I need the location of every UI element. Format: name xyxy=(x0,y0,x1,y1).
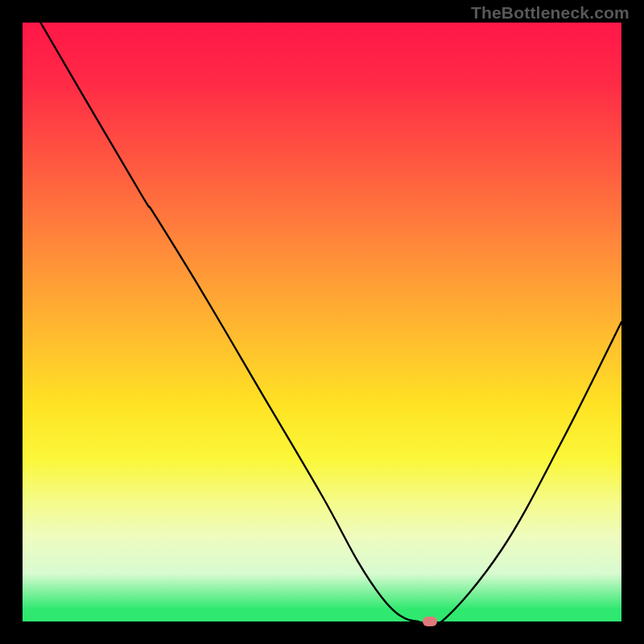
plot-area xyxy=(23,23,621,621)
curve-svg xyxy=(23,23,621,621)
bottleneck-curve xyxy=(40,23,621,621)
current-marker xyxy=(423,617,437,626)
watermark-text: TheBottleneck.com xyxy=(471,3,630,23)
chart-frame: TheBottleneck.com xyxy=(0,0,644,644)
